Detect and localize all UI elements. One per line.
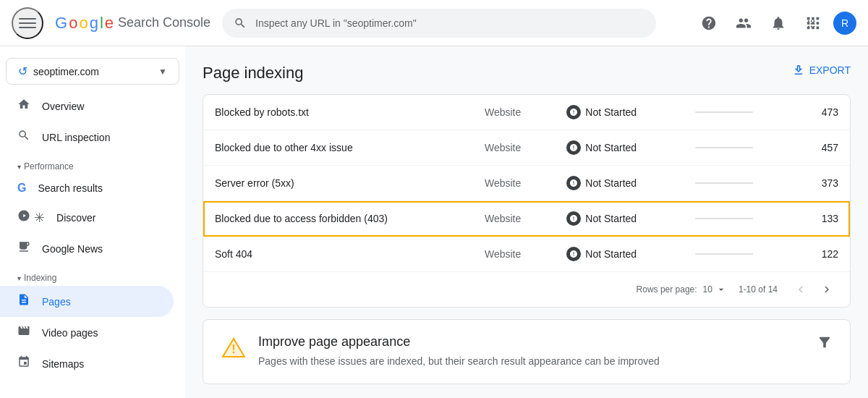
svg-rect-2 [19, 27, 36, 28]
hamburger-menu-button[interactable] [12, 7, 43, 39]
sitemaps-icon [17, 355, 30, 372]
sidebar-sitemaps-label: Sitemaps [42, 358, 84, 370]
indexing-table-card: Blocked by robots.txtWebsite Not Started… [203, 94, 851, 308]
svg-rect-3 [807, 17, 810, 20]
indexing-table: Blocked by robots.txtWebsite Not Started… [203, 95, 850, 271]
video-pages-icon [17, 324, 30, 341]
table-row[interactable]: Blocked by robots.txtWebsite Not Started… [203, 95, 850, 130]
page-title: Page indexing [203, 64, 851, 82]
table-pagination: Rows per page: 10 1-10 of 14 [203, 271, 850, 307]
row-reason: Blocked due to other 4xx issue [203, 130, 473, 166]
row-status: Not Started [555, 95, 683, 130]
improve-card-content: Improve page appearance Pages with these… [258, 334, 805, 369]
home-icon [17, 98, 30, 114]
apps-button[interactable] [799, 9, 827, 38]
svg-rect-10 [812, 26, 814, 29]
next-page-button[interactable] [815, 278, 838, 301]
search-placeholder-text: Inspect any URL in "seoptimer.com" [255, 17, 417, 29]
row-status: Not Started [555, 166, 683, 201]
indexing-section-label: Indexing [24, 273, 56, 283]
notifications-button[interactable] [764, 9, 793, 38]
people-icon [736, 15, 752, 31]
chevron-right-icon [820, 283, 833, 296]
chevron-left-icon [794, 283, 807, 296]
sidebar-item-video-pages[interactable]: Video pages [0, 317, 174, 348]
pagination-range: 1-10 of 14 [739, 284, 778, 295]
export-button[interactable]: EXPORT [792, 64, 851, 77]
help-icon [701, 15, 717, 31]
google-news-icon [17, 240, 30, 257]
row-count: 373 [795, 166, 850, 201]
rows-per-page-select[interactable]: 10 [703, 284, 727, 295]
rows-per-page-label: Rows per page: [637, 284, 697, 295]
row-reason: Blocked due to access forbidden (403) [203, 201, 473, 237]
apps-icon [805, 15, 821, 31]
section-collapse-icon: ▾ [17, 163, 21, 171]
row-bar [684, 237, 795, 272]
sidebar-item-discover[interactable]: ✳ Discover [0, 202, 174, 233]
improve-card: ! Improve page appearance Pages with the… [203, 319, 851, 384]
sidebar-video-pages-label: Video pages [42, 327, 98, 339]
previous-page-button[interactable] [789, 278, 812, 301]
filter-icon[interactable] [817, 334, 833, 352]
pagination-navigation [789, 278, 838, 301]
row-count: 457 [795, 130, 850, 166]
row-status: Not Started [555, 237, 683, 272]
property-name: seoptimer.com [33, 66, 99, 77]
svg-rect-0 [19, 18, 36, 20]
sidebar: ↺ seoptimer.com ▼ Overview URL inspectio… [0, 46, 185, 398]
sidebar-google-news-label: Google News [42, 243, 103, 255]
export-label: EXPORT [809, 64, 851, 76]
row-bar [684, 166, 795, 201]
sidebar-item-sitemaps[interactable]: Sitemaps [0, 348, 174, 379]
svg-rect-6 [807, 22, 810, 25]
row-reason: Blocked by robots.txt [203, 95, 473, 130]
row-type: Website [473, 95, 555, 130]
table-row[interactable]: Blocked due to access forbidden (403)Web… [203, 201, 850, 237]
sidebar-item-pages[interactable]: Pages [0, 286, 174, 317]
sidebar-item-url-inspection[interactable]: URL inspection [0, 122, 174, 153]
property-icon: ↺ [18, 64, 27, 78]
row-bar [684, 95, 795, 130]
row-type: Website [473, 166, 555, 201]
improve-card-description: Pages with these issues are indexed, but… [258, 354, 805, 369]
sidebar-section-indexing: ▾ Indexing [0, 267, 185, 286]
chevron-down-icon [715, 284, 727, 295]
sidebar-item-google-news[interactable]: Google News [0, 233, 174, 264]
bell-icon [770, 15, 786, 31]
user-avatar[interactable]: R [833, 12, 856, 35]
export-icon [792, 64, 805, 77]
svg-rect-5 [817, 17, 820, 20]
improve-card-title: Improve page appearance [258, 334, 805, 350]
row-status: Not Started [555, 201, 683, 237]
svg-text:!: ! [231, 343, 235, 355]
sidebar-url-inspection-label: URL inspection [42, 132, 110, 143]
row-count: 473 [795, 95, 850, 130]
sidebar-section-performance: ▾ Performance [0, 156, 185, 174]
row-reason: Soft 404 [203, 237, 473, 272]
row-status: Not Started [555, 130, 683, 166]
sidebar-item-overview[interactable]: Overview [0, 90, 174, 122]
row-type: Website [473, 201, 555, 237]
google-logo: Google Search Console [55, 14, 210, 33]
discover-icon: ✳ [17, 209, 45, 226]
table-row[interactable]: Soft 404Website Not Started 122 [203, 237, 850, 272]
row-type: Website [473, 237, 555, 272]
svg-rect-4 [812, 17, 814, 20]
svg-rect-9 [807, 26, 810, 29]
property-selector[interactable]: ↺ seoptimer.com ▼ [6, 58, 179, 85]
table-row[interactable]: Blocked due to other 4xx issueWebsite No… [203, 130, 850, 166]
row-bar [684, 130, 795, 166]
help-button[interactable] [694, 9, 723, 38]
url-search-bar[interactable]: Inspect any URL in "seoptimer.com" [222, 9, 656, 38]
rows-per-page-control: Rows per page: 10 [637, 284, 727, 295]
svg-rect-11 [817, 26, 820, 29]
sidebar-item-search-results[interactable]: G Search results [0, 174, 174, 202]
property-arrow: ▼ [158, 67, 167, 77]
svg-rect-8 [817, 22, 820, 25]
table-row[interactable]: Server error (5xx)Website Not Started 37… [203, 166, 850, 201]
warning-triangle-icon: ! [221, 334, 247, 360]
search-icon [234, 17, 247, 30]
header-action-icons: R [694, 9, 856, 38]
people-button[interactable] [729, 9, 758, 38]
